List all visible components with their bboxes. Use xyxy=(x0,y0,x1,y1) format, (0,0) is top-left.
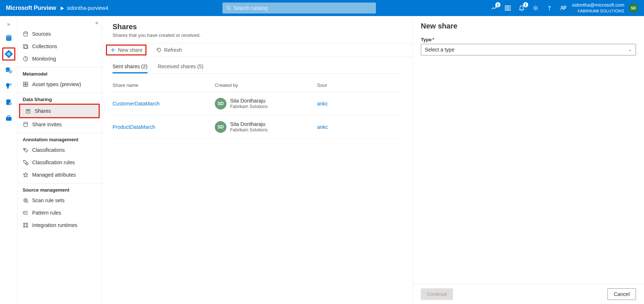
col-source[interactable]: Sour xyxy=(317,82,402,88)
share-name-link[interactable]: ProductDataMarch xyxy=(113,124,155,130)
tab-received-shares[interactable]: Received shares (5) xyxy=(158,61,203,73)
sidebar-item-monitoring[interactable]: Monitoring xyxy=(18,53,102,65)
rail-item-catalog[interactable] xyxy=(2,31,15,45)
panel-footer: Continue Cancel xyxy=(413,284,644,304)
svg-point-6 xyxy=(534,7,536,9)
sidebar-item-label: Pattern rules xyxy=(32,210,61,216)
chevron-down-icon: ⌄ xyxy=(628,47,632,52)
sidebar-item-asset-types[interactable]: Asset types (preview) xyxy=(18,78,102,91)
help-icon[interactable] xyxy=(546,4,553,12)
plus-icon xyxy=(110,47,116,53)
refresh-button[interactable]: Refresh xyxy=(153,46,185,54)
directory-icon[interactable] xyxy=(504,4,511,12)
tab-sent-shares[interactable]: Sent shares (2) xyxy=(113,61,148,73)
product-title[interactable]: Microsoft Purview xyxy=(6,5,56,11)
button-label: New share xyxy=(118,47,142,53)
table-row[interactable]: ProductDataMarch SD Sita Dontharaju Fabr… xyxy=(113,115,402,139)
user-email: sidontha@microsoft.com xyxy=(572,2,624,8)
sidebar-item-managed-attributes[interactable]: Managed attributes xyxy=(18,169,102,181)
main-content: Shares Shares that you have created or r… xyxy=(102,16,412,304)
sidebar-item-integration-runtimes[interactable]: Integration runtimes xyxy=(18,219,102,231)
breadcrumb-context[interactable]: sidontha-purview4 xyxy=(67,5,108,11)
settings-icon[interactable] xyxy=(532,4,539,12)
sidebar-item-label: Asset types (preview) xyxy=(32,81,81,87)
sidebar-item-collections[interactable]: Collections xyxy=(18,40,102,53)
required-asterisk: * xyxy=(432,37,434,42)
col-share-name[interactable]: Share name xyxy=(113,82,215,88)
col-created-by[interactable]: Created by xyxy=(215,82,317,88)
user-info[interactable]: sidontha@microsoft.com FABRIKAM SOLUTION… xyxy=(572,2,624,14)
type-select[interactable]: Select a type ⌄ xyxy=(421,44,636,55)
sidebar-item-shares[interactable]: Shares xyxy=(20,105,99,117)
search-icon xyxy=(226,5,231,11)
command-bar: New share Refresh xyxy=(102,43,412,57)
sidebar-item-sources[interactable]: Sources xyxy=(18,28,102,40)
integration-runtimes-icon xyxy=(23,222,28,228)
rail-item-policy[interactable] xyxy=(2,96,15,109)
creator-org: Fabrikam Solutions xyxy=(230,104,268,109)
svg-point-33 xyxy=(25,200,26,201)
user-org: FABRIKAM SOLUTIONS xyxy=(572,8,624,14)
sidebar-group-data-sharing: Data Sharing xyxy=(18,93,102,104)
creator-org: Fabrikam Solutions xyxy=(230,127,268,132)
rail-item-insights[interactable] xyxy=(2,80,15,93)
rail-item-data-estate[interactable] xyxy=(2,64,15,77)
source-link[interactable]: ankc xyxy=(317,101,328,107)
search-box[interactable] xyxy=(222,3,376,14)
breadcrumb-chevron-icon: ▶ xyxy=(61,5,64,11)
sidebar-item-label: Collections xyxy=(32,43,57,49)
top-header: Microsoft Purview ▶ sidontha-purview4 1 … xyxy=(0,0,644,16)
svg-point-12 xyxy=(8,53,9,55)
rail-expand-icon[interactable]: » xyxy=(2,20,15,28)
sidebar-collapse-icon[interactable]: « xyxy=(18,20,102,28)
refresh-icon xyxy=(156,47,162,53)
sidebar-item-label: Share invites xyxy=(32,122,62,127)
managed-attributes-icon xyxy=(23,172,28,178)
svg-rect-25 xyxy=(26,82,28,84)
cancel-button[interactable]: Cancel xyxy=(607,288,636,300)
sidebar-item-scan-rule-sets[interactable]: Scan rule sets xyxy=(18,194,102,207)
type-label: Type* xyxy=(421,37,636,42)
svg-rect-19 xyxy=(6,117,11,121)
table-row[interactable]: CustomerDataMarch SD Sita Dontharaju Fab… xyxy=(113,92,402,115)
sidebar-item-label: Integration runtimes xyxy=(32,222,77,228)
sidebar-item-classification-rules[interactable]: Classification rules xyxy=(18,156,102,169)
button-label: Refresh xyxy=(164,47,182,53)
svg-point-29 xyxy=(24,122,27,124)
rail-item-data-map[interactable] xyxy=(2,47,15,61)
svg-rect-4 xyxy=(505,9,507,11)
asset-types-icon xyxy=(23,81,28,87)
rail-item-management[interactable] xyxy=(2,112,15,125)
new-share-button[interactable]: New share xyxy=(106,45,146,55)
tabs: Sent shares (2) Received shares (5) xyxy=(113,61,402,74)
diagnostics-icon[interactable]: 1 xyxy=(490,4,498,12)
sidebar-item-label: Classifications xyxy=(32,147,65,153)
sidebar-item-classifications[interactable]: Classifications xyxy=(18,144,102,156)
new-share-panel: New share Type* Select a type ⌄ Continue… xyxy=(412,16,644,304)
panel-title: New share xyxy=(421,22,636,30)
sidebar-group-source-management: Source management xyxy=(18,183,102,194)
svg-point-37 xyxy=(23,212,24,213)
classifications-icon xyxy=(23,147,28,153)
svg-point-0 xyxy=(227,6,230,9)
feedback-icon[interactable] xyxy=(560,4,567,12)
source-link[interactable]: ankc xyxy=(317,124,328,130)
sidebar-item-label: Classification rules xyxy=(32,159,75,165)
user-avatar[interactable]: SD xyxy=(629,3,638,13)
svg-point-16 xyxy=(10,84,12,85)
sidebar-item-pattern-rules[interactable]: Pattern rules xyxy=(18,207,102,219)
search-input[interactable] xyxy=(233,5,372,11)
svg-point-39 xyxy=(26,223,28,224)
svg-rect-24 xyxy=(23,82,25,84)
share-name-link[interactable]: CustomerDataMarch xyxy=(113,101,160,107)
sidebar-item-label: Managed attributes xyxy=(32,172,76,178)
creator-name: Sita Dontharaju xyxy=(230,98,268,104)
monitoring-icon xyxy=(23,56,28,62)
svg-point-8 xyxy=(561,6,563,8)
notifications-icon[interactable]: 1 xyxy=(518,4,525,12)
sidebar-item-share-invites[interactable]: Share invites xyxy=(18,118,102,131)
svg-point-32 xyxy=(24,199,27,202)
svg-rect-5 xyxy=(508,9,510,11)
share-invites-icon xyxy=(23,122,28,127)
sidebar: « Sources Collections Monitoring Metamod… xyxy=(18,16,102,304)
